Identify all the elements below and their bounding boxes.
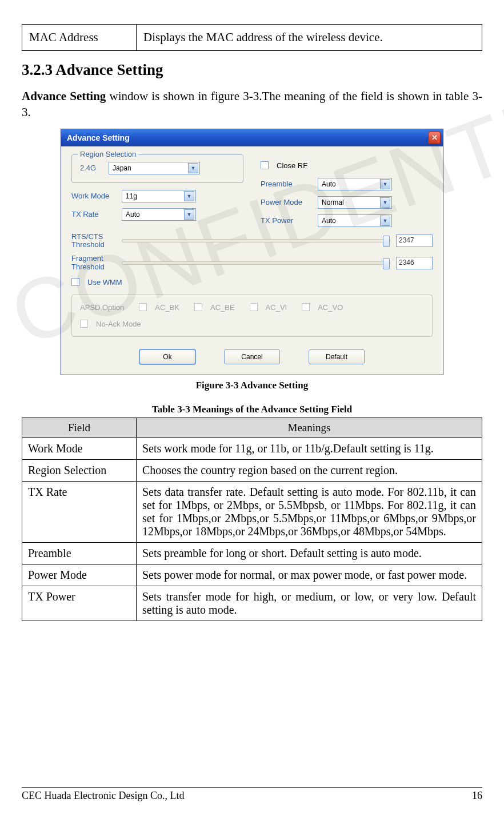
tx-rate-value: Auto: [126, 210, 140, 218]
table-row: TX RateSets data transfer rate. Default …: [22, 481, 482, 542]
ac-be-label: AC_BE: [210, 303, 235, 312]
use-wmm-checkbox[interactable]: [71, 278, 79, 286]
mac-meaning-cell: Displays the MAC address of the wireless…: [137, 25, 482, 51]
frag-value-input[interactable]: 2346: [396, 257, 433, 269]
ac-vo-label: AC_VO: [318, 303, 343, 312]
window-title: Advance Setting: [67, 133, 130, 142]
chevron-down-icon: ▼: [380, 179, 390, 189]
frag-label: Fragment Threshold: [71, 255, 116, 271]
default-button[interactable]: Default: [309, 349, 365, 364]
titlebar: Advance Setting ✕: [61, 129, 443, 146]
apsd-label: APSD Option: [80, 303, 124, 312]
page-footer: CEC Huada Electronic Design Co., Ltd 16: [22, 787, 482, 802]
frag-slider[interactable]: [122, 261, 390, 265]
ac-vi-checkbox: [250, 303, 258, 311]
advance-setting-window: Advance Setting ✕ Region Selection 2.4G …: [61, 129, 443, 375]
region-24g-label: 2.4G: [80, 164, 103, 172]
cancel-button[interactable]: Cancel: [224, 349, 280, 364]
tx-rate-select[interactable]: Auto ▼: [122, 208, 196, 221]
preamble-select[interactable]: Auto ▼: [318, 178, 392, 190]
ok-button[interactable]: Ok: [139, 349, 195, 364]
noack-label: No-Ack Mode: [96, 320, 141, 328]
tx-power-select[interactable]: Auto ▼: [318, 214, 392, 227]
power-mode-select[interactable]: Normal ▼: [318, 196, 392, 209]
region-legend: Region Selection: [78, 150, 138, 158]
table-row: Power ModeSets power mode for normal, or…: [22, 564, 482, 586]
mac-field-cell: MAC Address: [22, 25, 137, 51]
intro-bold: Advance Setting: [22, 89, 106, 103]
tx-rate-label: TX Rate: [71, 210, 116, 218]
rts-label: RTS/CTS Threshold: [71, 233, 116, 249]
chevron-down-icon: ▼: [184, 209, 194, 220]
chevron-down-icon: ▼: [380, 216, 390, 226]
ac-bk-checkbox: [139, 303, 147, 311]
region-selection-group: Region Selection 2.4G Japan ▼: [71, 154, 243, 183]
slider-thumb[interactable]: [383, 258, 390, 269]
power-mode-value: Normal: [322, 198, 344, 206]
table-row: MAC Address Displays the MAC address of …: [22, 25, 482, 51]
footer-right: 16: [472, 790, 482, 802]
top-mac-table: MAC Address Displays the MAC address of …: [22, 24, 482, 51]
ac-vo-checkbox: [302, 303, 310, 311]
footer-left: CEC Huada Electronic Design Co., Ltd: [22, 790, 184, 802]
work-mode-label: Work Mode: [71, 192, 116, 200]
intro-paragraph: Advance Setting window is shown in figur…: [22, 88, 482, 121]
close-rf-checkbox[interactable]: [261, 161, 269, 169]
chevron-down-icon: ▼: [184, 191, 194, 201]
chevron-down-icon: ▼: [380, 197, 390, 208]
preamble-value: Auto: [322, 180, 336, 188]
table-caption: Table 3-3 Meanings of the Advance Settin…: [22, 404, 482, 415]
close-button[interactable]: ✕: [428, 132, 441, 144]
use-wmm-label: Use WMM: [87, 278, 122, 287]
tx-power-label: TX Power: [261, 216, 312, 225]
table-header-row: Field Meanings: [22, 418, 482, 438]
slider-thumb[interactable]: [383, 236, 390, 247]
rts-value-input[interactable]: 2347: [396, 234, 433, 247]
region-value: Japan: [113, 164, 131, 172]
noack-checkbox: [80, 320, 88, 328]
ac-bk-label: AC_BK: [155, 303, 179, 312]
table-row: PreambleSets preamble for long or short.…: [22, 542, 482, 564]
rts-slider[interactable]: [122, 239, 390, 242]
table-row: Work ModeSets work mode for 11g, or 11b,…: [22, 438, 482, 459]
table-row: Region SelectionChooses the country regi…: [22, 459, 482, 481]
close-rf-label: Close RF: [277, 161, 307, 170]
meanings-table: Field Meanings Work ModeSets work mode f…: [22, 418, 482, 621]
apsd-group: APSD Option AC_BK AC_BE AC_VI AC_VO No-A…: [71, 295, 433, 337]
work-mode-select[interactable]: 11g ▼: [122, 190, 196, 202]
header-meanings: Meanings: [137, 418, 482, 438]
power-mode-label: Power Mode: [261, 198, 312, 206]
header-field: Field: [22, 418, 137, 438]
close-icon: ✕: [431, 133, 438, 142]
ac-vi-label: AC_VI: [266, 303, 287, 312]
preamble-label: Preamble: [261, 180, 312, 188]
chevron-down-icon: ▼: [188, 163, 198, 173]
figure-caption: Figure 3-3 Advance Setting: [22, 380, 482, 391]
ac-be-checkbox: [194, 303, 202, 311]
section-heading: 3.2.3 Advance Setting: [22, 61, 482, 79]
table-row: TX PowerSets transfer mode for high, or …: [22, 586, 482, 621]
work-mode-value: 11g: [126, 192, 137, 200]
region-select[interactable]: Japan ▼: [109, 162, 200, 174]
tx-power-value: Auto: [322, 217, 336, 225]
